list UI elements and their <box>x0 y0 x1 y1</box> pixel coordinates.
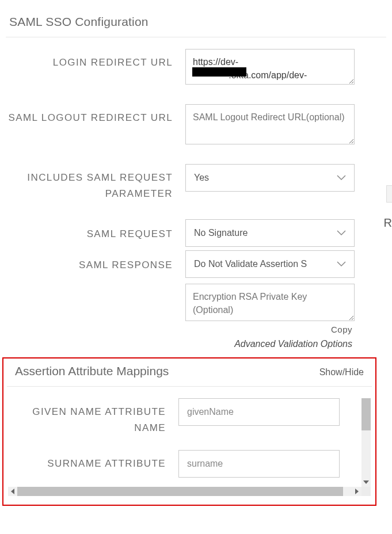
advanced-options-link[interactable]: Advanced Validation Options <box>234 339 352 349</box>
label-saml-response: SAML RESPONSE <box>6 250 185 273</box>
label-given-name: GIVEN NAME ATTRIBUTE NAME <box>8 398 178 436</box>
vertical-scrollbar[interactable] <box>361 398 371 487</box>
chevron-down-icon <box>337 173 346 182</box>
saml-response-value: Do Not Validate Assertion S <box>194 259 307 269</box>
given-name-input[interactable] <box>178 398 340 426</box>
scroll-right-button[interactable] <box>352 487 361 496</box>
scrollbar-thumb[interactable] <box>17 487 343 496</box>
saml-response-select[interactable]: Do Not Validate Assertion S <box>185 250 355 278</box>
scrollbar-thumb[interactable] <box>361 398 371 430</box>
encryption-key-input[interactable] <box>185 284 355 321</box>
logout-redirect-input[interactable] <box>185 104 355 144</box>
section-title-saml: SAML SSO Configuration <box>6 12 386 37</box>
scroll-left-button[interactable] <box>8 487 17 496</box>
saml-request-value: No Signature <box>194 228 248 238</box>
label-saml-request: SAML REQUEST <box>6 219 185 242</box>
scroll-down-button[interactable] <box>361 478 371 487</box>
chevron-down-icon <box>337 228 346 238</box>
horizontal-scrollbar[interactable] <box>8 487 361 496</box>
edge-fragment <box>386 185 392 203</box>
includes-param-value: Yes <box>194 173 209 183</box>
login-redirect-input[interactable] <box>185 49 355 85</box>
show-hide-toggle[interactable]: Show/Hide <box>319 367 364 377</box>
copy-link[interactable]: Copy <box>331 325 352 334</box>
chevron-down-icon <box>337 260 346 269</box>
attribute-mappings-panel: Assertion Attribute Mappings Show/Hide G… <box>2 357 376 506</box>
label-logout-redirect: SAML LOGOUT REDIRECT URL <box>6 104 185 126</box>
includes-param-select[interactable]: Yes <box>185 164 355 192</box>
surname-input[interactable] <box>178 450 340 478</box>
mappings-title: Assertion Attribute Mappings <box>15 364 169 378</box>
saml-request-select[interactable]: No Signature <box>185 219 355 247</box>
scrollbar-corner <box>361 487 371 496</box>
edge-char: R <box>384 216 392 230</box>
label-surname: SURNAME ATTRIBUTE <box>8 450 178 472</box>
label-login-redirect: LOGIN REDIRECT URL <box>6 49 185 71</box>
label-encryption-empty <box>6 284 185 289</box>
label-includes-param: INCLUDES SAML REQUEST PARAMETER <box>6 164 185 202</box>
